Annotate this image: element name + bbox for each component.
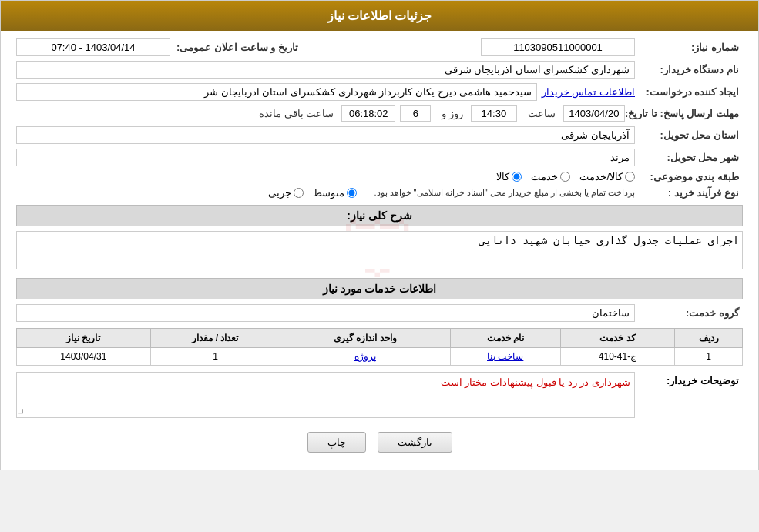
ostan-tahvil-row: استان محل تحویل: آذربایجان شرقی bbox=[16, 126, 743, 144]
mohlat-rooz: 6 bbox=[400, 105, 431, 122]
cell-radif: 1 bbox=[675, 348, 743, 366]
cell-name[interactable]: ساخت بنا bbox=[450, 348, 560, 366]
col-code: کد خدمت bbox=[560, 329, 674, 348]
tabaqe-option-kala[interactable]: کالا bbox=[496, 171, 522, 182]
ostan-tahvil-label: استان محل تحویل: bbox=[635, 129, 743, 141]
tozihat-value: شهرداری در رد یا قبول پیشنهادات مختار اس… bbox=[441, 376, 630, 388]
ostan-tahvil-value: آذربایجان شرقی bbox=[16, 126, 635, 144]
mohlat-time: 14:30 bbox=[471, 105, 517, 122]
print-button[interactable]: چاپ bbox=[307, 432, 366, 453]
grohe-khadamat-row: گروه خدمت: ساختمان bbox=[16, 304, 743, 322]
col-date: تاریخ نیاز bbox=[17, 329, 151, 348]
cell-date: 1403/04/31 bbox=[17, 348, 151, 366]
cell-code: ج-41-410 bbox=[560, 348, 674, 366]
services-table: ردیف کد خدمت نام خدمت واحد اندازه گیری ت… bbox=[16, 328, 743, 366]
sharh-area bbox=[16, 231, 743, 272]
noe-farayand-radio-group: پرداخت تمام یا بخشی از مبلغ خریداز محل "… bbox=[268, 187, 635, 199]
tabaqe-label: طبقه بندی موضوعی: bbox=[635, 171, 743, 182]
mohlat-row: مهلت ارسال پاسخ: تا تاریخ: 1403/04/20 سا… bbox=[16, 105, 743, 122]
shahr-tahvil-value: مرند bbox=[16, 149, 635, 166]
khadamat-section-header: اطلاعات خدمات مورد نیاز bbox=[16, 278, 743, 299]
tarikh-value: 1403/04/14 - 07:40 bbox=[16, 38, 170, 56]
nam-dastgah-label: نام دستگاه خریدار: bbox=[635, 64, 743, 75]
ijad-konande-value: سیدحمید هاشمی دیرج یکان کاربرداز شهرداری… bbox=[16, 83, 537, 101]
noe-farayand-option-motevaset[interactable]: متوسط bbox=[313, 187, 357, 199]
page-header: جزئیات اطلاعات نیاز bbox=[1, 1, 758, 31]
tabaqe-option-khadamat[interactable]: خدمت bbox=[531, 171, 570, 182]
back-button[interactable]: بازگشت bbox=[378, 432, 452, 453]
shomara-niaz-value: 1103090511000001 bbox=[481, 38, 635, 56]
sharh-section-header: شرح کلی نیاز: bbox=[16, 205, 743, 226]
mohlat-rooz-label: روز و bbox=[442, 108, 463, 119]
noe-farayand-option-jozii[interactable]: جزیی bbox=[268, 187, 304, 199]
mohlat-saat: 06:18:02 bbox=[341, 105, 395, 122]
mohlat-time-label: ساعت bbox=[528, 108, 556, 119]
tabaqe-option-kala-khadamat[interactable]: کالا/خدمت bbox=[579, 171, 635, 182]
tarikh-label: تاریخ و ساعت اعلان عمومی: bbox=[176, 42, 302, 53]
nam-dastgah-value: شهرداری کشکسرای استان اذربایجان شرقی bbox=[16, 61, 635, 79]
tabaqe-row: طبقه بندی موضوعی: کالا/خدمت خدمت کالا bbox=[16, 171, 743, 182]
noe-farayand-row: نوع فرآیند خرید : پرداخت تمام یا بخشی از… bbox=[16, 187, 743, 199]
table-row: 1 ج-41-410 ساخت بنا پروژه 1 1403/04/31 bbox=[17, 348, 743, 366]
col-count: تعداد / مقدار bbox=[150, 329, 280, 348]
tozihat-row: توضیحات خریدار: شهرداری در رد یا قبول پی… bbox=[16, 372, 743, 418]
shomara-niaz-label: شماره نیاز: bbox=[635, 42, 743, 53]
shahr-tahvil-row: شهر محل تحویل: مرند bbox=[16, 149, 743, 166]
mohlat-date: 1403/04/20 bbox=[563, 105, 625, 122]
col-name: نام خدمت bbox=[450, 329, 560, 348]
khadamat-section-title: اطلاعات خدمات مورد نیاز bbox=[323, 283, 437, 295]
ijad-konande-row: ایجاد کننده درخواست: اطلاعات تماس خریدار… bbox=[16, 83, 743, 101]
services-table-section: ردیف کد خدمت نام خدمت واحد اندازه گیری ت… bbox=[16, 328, 743, 366]
shomara-niaz-row: شماره نیاز: 1103090511000001 تاریخ و ساع… bbox=[16, 38, 743, 56]
tozihat-label: توضیحات خریدار: bbox=[635, 372, 743, 386]
col-radif: ردیف bbox=[675, 329, 743, 348]
nam-dastgah-row: نام دستگاه خریدار: شهرداری کشکسرای استان… bbox=[16, 61, 743, 79]
grohe-khadamat-value: ساختمان bbox=[16, 304, 635, 322]
buttons-row: بازگشت چاپ bbox=[16, 423, 743, 462]
mohlat-label: مهلت ارسال پاسخ: تا تاریخ: bbox=[625, 108, 743, 119]
grohe-khadamat-label: گروه خدمت: bbox=[635, 307, 743, 319]
tabaqe-radio-group: کالا/خدمت خدمت کالا bbox=[496, 171, 635, 182]
sharh-section-title: شرح کلی نیاز: bbox=[347, 209, 411, 222]
page-title: جزئیات اطلاعات نیاز bbox=[327, 9, 432, 22]
mohlat-saat-label: ساعت باقی مانده bbox=[259, 108, 334, 119]
cell-count: 1 bbox=[150, 348, 280, 366]
cell-unit[interactable]: پروژه bbox=[280, 348, 450, 366]
noe-farayand-label: نوع فرآیند خرید : bbox=[635, 187, 743, 199]
tozihat-box: شهرداری در رد یا قبول پیشنهادات مختار اس… bbox=[16, 372, 635, 418]
resize-handle-icon: ⌟ bbox=[18, 400, 24, 417]
ijad-konande-link[interactable]: اطلاعات تماس خریدار bbox=[542, 86, 635, 98]
sharh-textarea[interactable] bbox=[16, 231, 743, 269]
ijad-konande-label: ایجاد کننده درخواست: bbox=[635, 86, 743, 98]
noe-farayand-note: پرداخت تمام یا بخشی از مبلغ خریداز محل "… bbox=[374, 188, 635, 198]
shahr-tahvil-label: شهر محل تحویل: bbox=[635, 152, 743, 163]
col-unit: واحد اندازه گیری bbox=[280, 329, 450, 348]
